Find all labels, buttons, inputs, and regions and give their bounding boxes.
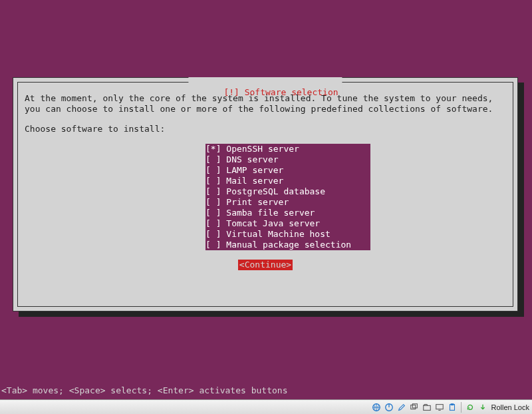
help-bar: <Tab> moves; <Space> selects; <Enter> ac…	[1, 385, 287, 395]
option-list: [*] OpenSSH server [ ] DNS server [ ] LA…	[205, 144, 370, 250]
dialog-prompt: Choose software to install:	[25, 124, 506, 134]
option-label: Samba file server	[226, 208, 315, 218]
windows-icon[interactable]	[409, 402, 420, 413]
option-samba-file-server[interactable]: [ ] Samba file server	[205, 208, 370, 218]
monitor-icon[interactable]	[434, 402, 445, 413]
checkbox-mark: [ ]	[205, 229, 226, 239]
option-print-server[interactable]: [ ] Print server	[205, 197, 370, 208]
system-tray: Rollen Lock	[0, 399, 532, 414]
option-label: Virtual Machine host	[226, 229, 331, 239]
network-icon[interactable]	[371, 402, 382, 413]
dialog-frame: [!] Software selection At the moment, on…	[17, 82, 513, 307]
continue-button[interactable]: <Continue>	[238, 260, 293, 270]
folder-icon[interactable]	[422, 402, 432, 413]
option-label: Print server	[226, 197, 289, 207]
option-mail-server[interactable]: [ ] Mail server	[205, 176, 370, 186]
checkbox-mark: [ ]	[205, 165, 226, 175]
option-tomcat-java-server[interactable]: [ ] Tomcat Java server	[205, 218, 370, 229]
checkbox-mark: [ ]	[205, 154, 226, 164]
software-selection-dialog: [!] Software selection At the moment, on…	[13, 77, 518, 311]
option-manual-package-selection[interactable]: [ ] Manual package selection	[205, 240, 370, 250]
option-label: LAMP server	[226, 165, 283, 175]
checkbox-mark: [ ]	[205, 208, 226, 218]
option-label: DNS server	[226, 154, 278, 164]
lock-status-text: Rollen Lock	[491, 403, 529, 411]
svg-rect-4	[412, 403, 417, 407]
checkbox-mark: [ ]	[205, 218, 226, 228]
dialog-body: At the moment, only the core of the syst…	[25, 93, 506, 300]
checkbox-mark: [ ]	[205, 197, 226, 207]
option-dns-server[interactable]: [ ] DNS server	[205, 154, 370, 165]
svg-rect-5	[423, 405, 430, 410]
option-label: PostgreSQL database	[226, 186, 325, 196]
arrow-down-icon[interactable]	[477, 402, 488, 413]
option-label: Tomcat Java server	[226, 218, 320, 228]
checkbox-mark: [*]	[205, 144, 226, 154]
option-lamp-server[interactable]: [ ] LAMP server	[205, 165, 370, 176]
option-openssh-server[interactable]: [*] OpenSSH server	[205, 144, 370, 154]
checkbox-mark: [ ]	[205, 240, 226, 250]
clipboard-icon[interactable]	[447, 402, 458, 413]
checkbox-mark: [ ]	[205, 186, 226, 196]
option-virtual-machine-host[interactable]: [ ] Virtual Machine host	[205, 229, 370, 240]
dialog-description: At the moment, only the core of the syst…	[25, 93, 506, 114]
option-label: Mail server	[226, 176, 283, 186]
svg-rect-6	[436, 404, 443, 409]
checkbox-mark: [ ]	[205, 176, 226, 186]
tray-separator	[461, 402, 462, 413]
refresh-icon[interactable]	[465, 402, 475, 413]
power-icon[interactable]	[384, 402, 394, 413]
edit-icon[interactable]	[396, 402, 407, 413]
svg-rect-3	[410, 405, 415, 409]
option-label: Manual package selection	[226, 240, 351, 250]
option-label: OpenSSH server	[226, 144, 299, 154]
option-postgresql-database[interactable]: [ ] PostgreSQL database	[205, 186, 370, 197]
continue-wrap: <Continue>	[25, 260, 506, 270]
